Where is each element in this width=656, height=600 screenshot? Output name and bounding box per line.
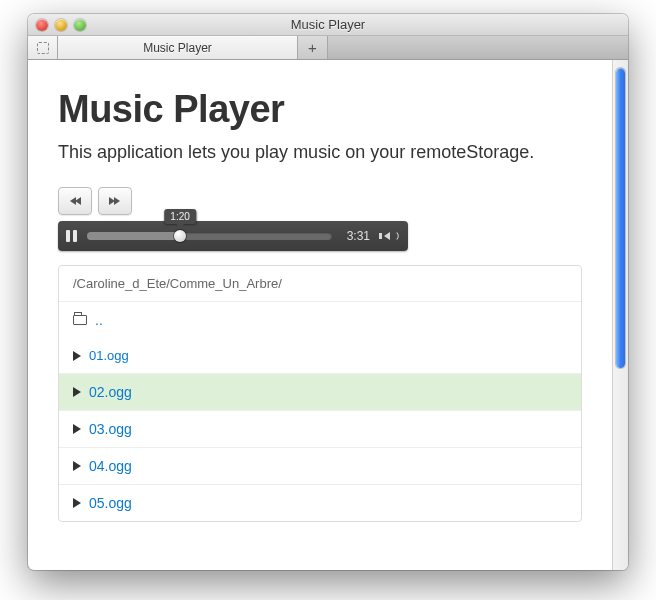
page-heading: Music Player — [58, 88, 582, 131]
folder-open-icon — [73, 315, 87, 325]
rewind-icon — [70, 197, 80, 205]
tab-label: Music Player — [143, 41, 212, 55]
plus-icon: + — [308, 39, 317, 56]
file-list: /Caroline_d_Ete/Comme_Un_Arbre/ .. 01.og… — [58, 265, 582, 522]
seek-progress — [87, 232, 180, 240]
play-icon — [73, 351, 81, 361]
previous-track-button[interactable] — [58, 187, 92, 215]
next-track-button[interactable] — [98, 187, 132, 215]
play-icon — [73, 498, 81, 508]
scrollbar-thumb[interactable] — [616, 68, 625, 368]
window-zoom-button[interactable] — [74, 19, 86, 31]
file-name: 02.ogg — [89, 384, 132, 400]
play-icon — [73, 387, 81, 397]
placeholder-favicon-icon — [37, 42, 49, 54]
window-title: Music Player — [28, 17, 628, 32]
window-close-button[interactable] — [36, 19, 48, 31]
file-row[interactable]: 02.ogg — [59, 373, 581, 410]
page-subtitle: This application lets you play music on … — [58, 139, 582, 165]
speaker-icon — [379, 233, 382, 239]
tab-favicon-box[interactable] — [28, 36, 58, 59]
audio-player: 1:20 3:31 — [58, 221, 408, 251]
file-name: 03.ogg — [89, 421, 132, 437]
file-name: 04.ogg — [89, 458, 132, 474]
tabstrip: Music Player + — [28, 36, 628, 60]
fast-forward-icon — [110, 197, 120, 205]
page-content: Music Player This application lets you p… — [28, 60, 612, 570]
seek-tooltip: 1:20 — [164, 209, 195, 224]
seek-knob[interactable] — [174, 230, 186, 242]
current-path: /Caroline_d_Ete/Comme_Un_Arbre/ — [59, 266, 581, 301]
file-name: 05.ogg — [89, 495, 132, 511]
play-icon — [73, 424, 81, 434]
seek-bar[interactable]: 1:20 — [87, 232, 332, 240]
browser-tab[interactable]: Music Player — [58, 36, 298, 59]
play-icon — [73, 461, 81, 471]
parent-directory-link[interactable]: .. — [59, 301, 581, 338]
titlebar: Music Player — [28, 14, 628, 36]
scrollbar-track[interactable] — [612, 60, 628, 570]
file-row[interactable]: 04.ogg — [59, 447, 581, 484]
window-minimize-button[interactable] — [55, 19, 67, 31]
new-tab-button[interactable]: + — [298, 36, 328, 59]
window: Music Player Music Player + Music Player… — [28, 14, 628, 570]
file-row[interactable]: 03.ogg — [59, 410, 581, 447]
up-label: .. — [95, 312, 103, 328]
file-row[interactable]: 01.ogg — [59, 338, 581, 373]
pause-button[interactable] — [66, 230, 77, 242]
duration-label: 3:31 — [342, 229, 370, 243]
file-name: 01.ogg — [89, 348, 129, 363]
volume-button[interactable] — [380, 232, 400, 240]
file-row[interactable]: 05.ogg — [59, 484, 581, 521]
